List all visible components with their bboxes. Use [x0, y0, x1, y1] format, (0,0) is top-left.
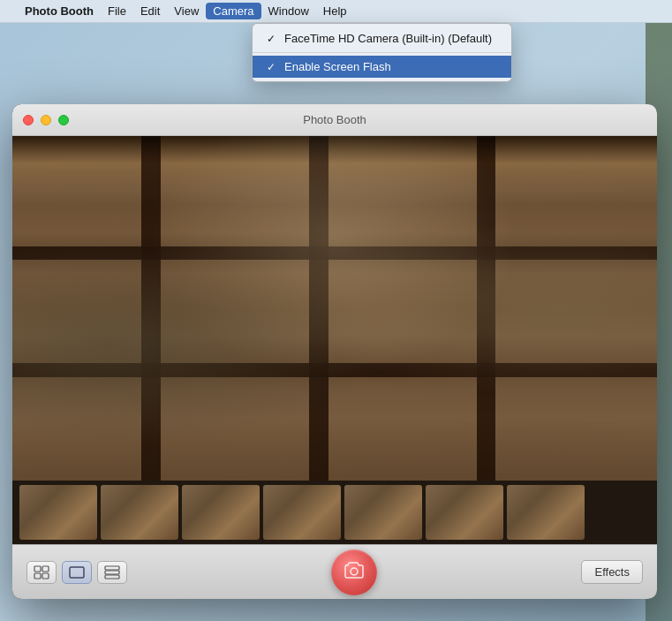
window-toolbar: Effects [12, 544, 657, 599]
check-icon-facetime: ✓ [267, 33, 281, 45]
traffic-lights [23, 115, 69, 125]
menubar: Photo Booth File Edit View Camera Window… [0, 0, 672, 23]
grid-icon [34, 565, 49, 579]
svg-rect-3 [42, 573, 49, 579]
menubar-item-view[interactable]: View [167, 3, 206, 19]
strip-icon [104, 565, 120, 579]
svg-rect-2 [34, 573, 41, 579]
window-titlebar: Photo Booth [12, 104, 657, 136]
svg-rect-7 [105, 575, 119, 579]
dropdown-item-screen-flash-label: Enable Screen Flash [284, 60, 391, 73]
dropdown-item-facetime[interactable]: ✓ FaceTime HD Camera (Built-in) (Default… [253, 27, 511, 49]
effects-label: Effects [594, 565, 630, 579]
svg-point-8 [351, 568, 358, 575]
window-maximize-button[interactable] [58, 115, 69, 125]
svg-rect-4 [70, 567, 84, 578]
menubar-item-edit[interactable]: Edit [133, 3, 167, 19]
effects-button[interactable]: Effects [581, 560, 643, 584]
camera-dropdown-menu: ✓ FaceTime HD Camera (Built-in) (Default… [252, 23, 512, 82]
capture-button[interactable] [331, 549, 377, 595]
window-minimize-button[interactable] [41, 115, 51, 125]
strip-view-button[interactable] [97, 561, 127, 584]
svg-rect-1 [42, 566, 49, 572]
window-close-button[interactable] [23, 115, 34, 125]
dropdown-item-screen-flash[interactable]: ✓ Enable Screen Flash [253, 56, 511, 78]
check-icon-screen-flash: ✓ [267, 61, 281, 73]
single-icon [69, 565, 85, 579]
menubar-app-name[interactable]: Photo Booth [18, 3, 101, 19]
dropdown-item-facetime-label: FaceTime HD Camera (Built-in) (Default) [284, 32, 492, 45]
svg-rect-0 [34, 566, 41, 572]
thumbnail-5[interactable] [344, 485, 422, 540]
camera-content [12, 136, 657, 481]
camera-view [12, 136, 657, 481]
thumbnail-7[interactable] [507, 485, 585, 540]
thumbnail-strip [12, 481, 657, 544]
thumbnail-6[interactable] [426, 485, 503, 540]
menubar-item-help[interactable]: Help [316, 3, 354, 19]
window-title: Photo Booth [303, 113, 366, 126]
menubar-item-file[interactable]: File [101, 3, 133, 19]
menubar-item-camera[interactable]: Camera [206, 3, 260, 19]
thumbnail-1[interactable] [19, 485, 97, 540]
grid-view-button[interactable] [26, 561, 57, 584]
dropdown-divider [253, 52, 511, 53]
menubar-item-window[interactable]: Window [261, 3, 316, 19]
thumbnail-4[interactable] [263, 485, 341, 540]
thumbnail-2[interactable] [101, 485, 178, 540]
camera-icon [343, 560, 366, 585]
thumbnail-3[interactable] [182, 485, 260, 540]
svg-rect-6 [105, 571, 119, 574]
photobooth-window: Photo Booth [12, 104, 657, 599]
view-mode-buttons [26, 561, 127, 584]
single-view-button[interactable] [62, 561, 92, 584]
svg-rect-5 [105, 566, 119, 570]
